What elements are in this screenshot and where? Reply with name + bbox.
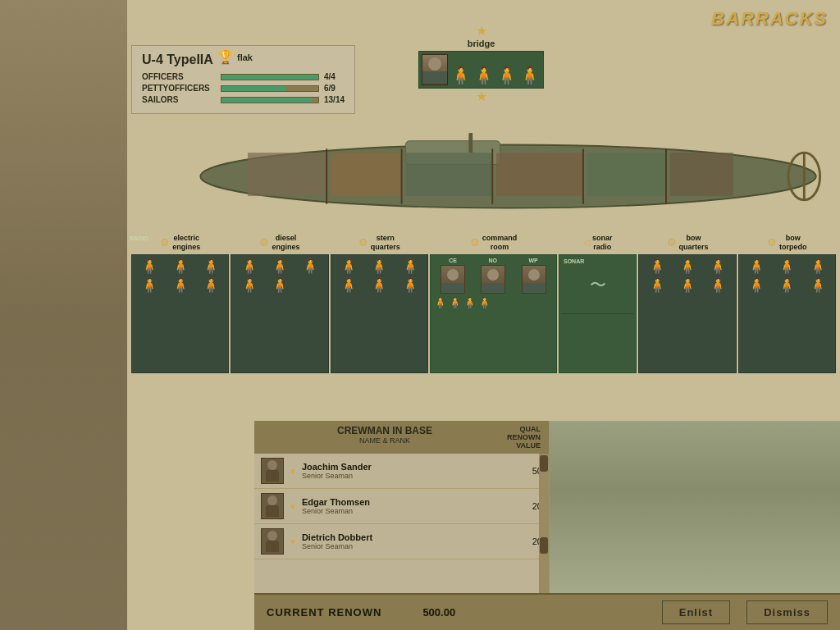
sonar-section-label: SONAR xyxy=(564,258,584,264)
cmd-label-no: NO xyxy=(488,258,497,263)
bottom-bar: CURRENT RENOWN 500.00 Enlist Dismiss xyxy=(254,593,840,630)
sonar-wave-icon: 〜 xyxy=(590,274,606,296)
scrollbar[interactable] xyxy=(539,454,549,593)
crew-silhouette-special: 🧍 xyxy=(265,276,294,294)
crew-list-item[interactable]: ▼ Edgar Thomsen Senior Seaman 20 xyxy=(254,489,549,524)
rank-badge-3: ▼ xyxy=(289,537,297,546)
command-room-crew[interactable]: CE NO WP 🧍 🧍 🧍 🧍 xyxy=(430,254,557,373)
diesel-engines-label: dieselengines xyxy=(272,234,299,252)
flak-section: 🏆 flak xyxy=(217,49,253,65)
dismiss-button[interactable]: Dismiss xyxy=(746,600,828,624)
crew-silhouette-special3: 🧍 xyxy=(803,276,833,294)
crew-name-rank-1: Joachim Sander Senior Seaman xyxy=(302,462,471,480)
stern-quarters-crew[interactable]: 🧍 🧍 🧍 🧍 🧍 🧍 xyxy=(331,254,428,373)
compartment-electric-engines: ⚙ electricengines 🧍 🧍 🧍 🧍 🧍 🧍 xyxy=(131,234,229,373)
rank-badge-1: ▼ xyxy=(289,467,297,476)
crew-list: CREWMAN IN BASE NAME & RANK QUAL RENOWNV… xyxy=(254,421,550,593)
flak-label: flak xyxy=(237,52,253,62)
svg-rect-6 xyxy=(405,153,492,196)
crew-avatar-2 xyxy=(261,493,284,519)
stern-quarters-icon: ⚙ xyxy=(358,236,368,249)
command-room-icon: ⚙ xyxy=(470,236,480,249)
officers-stat-row: OFFICERS 4/4 xyxy=(142,72,345,81)
crew-silhouette: 🧍 xyxy=(803,258,833,276)
bridge-star-icon: ★ xyxy=(476,23,487,39)
sonar-radio-label: sonarradio xyxy=(592,234,613,252)
bow-torpedo-crew[interactable]: 🧍 🧍 🧍 🧍 🧍 🧍 xyxy=(738,254,836,373)
officers-label: OFFICERS xyxy=(142,72,216,81)
electric-engines-crew[interactable]: 🧍 🧍 🧍 🧍 🧍 🧍 xyxy=(131,254,229,373)
crew-silhouette: 🧍 xyxy=(234,276,263,294)
bow-quarters-crew[interactable]: 🧍 🧍 🧍 🧍 🧍 🧍 xyxy=(638,254,736,373)
cmd-photo-ce xyxy=(441,265,465,294)
bow-quarters-icon: ⚙ xyxy=(667,236,677,249)
bg-figures xyxy=(0,0,127,630)
crew-silhouette: 🧍 xyxy=(165,258,194,276)
compartment-bow-quarters: ⚙ bowquarters 🧍 🧍 🧍 🧍 🧍 🧍 xyxy=(638,234,736,373)
crew-rank-1: Senior Seaman xyxy=(302,472,471,480)
crew-renown-3: 20 xyxy=(514,536,542,546)
cmd-photo-no xyxy=(481,265,505,294)
scrollbar-thumb-bottom[interactable] xyxy=(540,537,548,554)
bow-torpedo-label: bowtorpedo xyxy=(779,234,807,252)
svg-rect-13 xyxy=(468,133,472,153)
sailors-label: SAILORS xyxy=(142,95,216,104)
submarine-svg xyxy=(185,127,832,226)
svg-rect-2 xyxy=(248,153,326,196)
sonar-radio-icon: ◁ xyxy=(583,237,590,248)
diesel-engines-icon: ⚙ xyxy=(259,236,269,249)
svg-rect-8 xyxy=(496,153,583,196)
crew-silhouette: 🧍 xyxy=(135,276,164,294)
crew-silhouette: 🧍 xyxy=(742,258,771,276)
petty-bar-container xyxy=(221,85,319,92)
crew-silhouette: 🧍 xyxy=(742,276,771,294)
crew-silhouette: 🧍 xyxy=(135,258,164,276)
crew-avatar-1 xyxy=(261,458,284,484)
crew-silhouette: 🧍 xyxy=(641,276,671,294)
bridge-crew-box: 🧍 🧍 🧍 🧍 xyxy=(418,51,544,89)
enlist-button[interactable]: Enlist xyxy=(662,600,730,624)
compartment-command-room: ⚙ commandroom CE NO WP 🧍 🧍 🧍 xyxy=(430,234,557,373)
bow-torpedo-icon: ⚙ xyxy=(767,236,777,249)
crew-name-3: Dietrich Dobbert xyxy=(302,532,471,542)
crew-silhouette: 🧍 xyxy=(703,276,733,294)
crew-list-item[interactable]: ▼ Dietrich Dobbert Senior Seaman 20 xyxy=(254,524,549,559)
crew-list-area: CREWMAN IN BASE NAME & RANK QUAL RENOWNV… xyxy=(254,421,840,593)
crew-name-rank-2: Edgar Thomsen Senior Seaman xyxy=(302,497,471,515)
svg-rect-10 xyxy=(587,153,666,196)
crew-silhouette: 🧍 xyxy=(703,258,733,276)
petty-stat-row: PETTYOFFICERS 6/9 xyxy=(142,84,345,93)
crew-list-item[interactable]: ▼ Joachim Sander Senior Seaman 50 xyxy=(254,454,549,489)
cmd-label-wp: WP xyxy=(528,258,537,263)
officers-bar xyxy=(221,75,318,80)
petty-label: PETTYOFFICERS xyxy=(142,84,216,93)
sonar-radio-crew[interactable]: SONAR 〜 RADIO xyxy=(559,254,637,373)
officers-bar-container xyxy=(221,74,319,80)
crew-silhouette: 🧍 xyxy=(334,258,363,276)
crew-avatar-3 xyxy=(261,528,284,555)
crew-silhouette-small: 🧍 xyxy=(463,296,477,309)
sailors-value: 13/14 xyxy=(324,95,345,104)
crew-name-2: Edgar Thomsen xyxy=(302,497,471,507)
crew-list-header: CREWMAN IN BASE NAME & RANK QUAL RENOWNV… xyxy=(254,421,549,454)
cmd-photo-wp xyxy=(522,265,546,294)
scrollbar-thumb[interactable] xyxy=(540,455,548,472)
main-area: BARRACKS U-4 TypeIIA OFFICERS 4/4 PETTYO… xyxy=(127,0,840,630)
diesel-engines-crew[interactable]: 🧍 🧍 🧍 🧍 🧍 xyxy=(231,254,328,373)
renown-value: 500.00 xyxy=(422,606,455,619)
svg-rect-4 xyxy=(331,153,402,196)
crew-silhouette: 🧍 xyxy=(364,258,394,276)
col-qual-header: QUAL xyxy=(520,425,541,433)
crew-silhouette: 🧍 xyxy=(165,276,194,294)
crew-silhouette: 🧍 xyxy=(234,258,263,276)
petty-value: 6/9 xyxy=(324,84,336,93)
crew-silhouette-small: 🧍 xyxy=(477,296,491,309)
command-room-label: commandroom xyxy=(482,234,518,252)
crew-list-title: CREWMAN IN BASE xyxy=(262,425,507,436)
crew-silhouette: 🧍 xyxy=(772,258,801,276)
sailors-bar-container xyxy=(221,97,319,103)
electric-engines-icon: ⚙ xyxy=(160,236,170,249)
crew-list-subtitle: NAME & RANK xyxy=(262,436,507,445)
compartments-row: ⚙ electricengines 🧍 🧍 🧍 🧍 🧍 🧍 ⚙ dieselen… xyxy=(127,234,840,373)
rank-badge-2: ▼ xyxy=(289,502,297,511)
